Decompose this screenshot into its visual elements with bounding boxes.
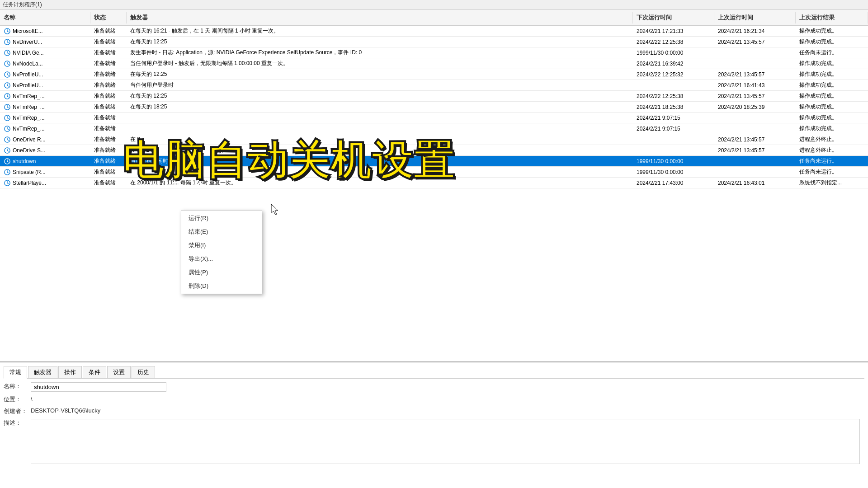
cell-trigger [127, 113, 633, 123]
tab-常规[interactable]: 常规 [4, 366, 27, 379]
table-row[interactable]: MicrosoftE... 准备就绪 在每天的 16:21 - 触发后，在 1 … [0, 26, 868, 37]
cell-last-result: 任务尚未运行。 [796, 156, 868, 166]
title-bar: 任务计划程序(1) [0, 0, 868, 10]
context-menu-item-R[interactable]: 运行(R) [181, 211, 262, 225]
cell-next-run: 2024/2/21 16:39:42 [633, 58, 714, 69]
task-icon [4, 147, 11, 154]
table-row[interactable]: NvTmRep_... 准备就绪 2024/2/21 9:07:15 操作成功完… [0, 113, 868, 123]
tab-设置[interactable]: 设置 [107, 366, 131, 378]
cell-status: 准备就绪 [90, 178, 127, 188]
table-row[interactable]: OneDrive R... 准备就绪 在 2... 2024/2/21 13:4… [0, 134, 868, 145]
context-menu-item-X[interactable]: 导出(X)... [181, 252, 262, 266]
table-row[interactable]: OneDrive S... 准备就绪 在 1992... 2024/2/21 1… [0, 145, 868, 156]
cell-trigger: 在每天的 18:25 [127, 102, 633, 112]
context-menu-item-P[interactable]: 属性(P) [181, 266, 262, 279]
cell-trigger [127, 123, 633, 134]
task-icon [4, 28, 11, 35]
table-row[interactable]: Snipaste (R... 准备就绪 1999/11/30 0:00:00 任… [0, 167, 868, 178]
cell-trigger: 在每天的 12:25 [127, 91, 633, 101]
task-icon [4, 169, 11, 176]
cell-last-run [714, 113, 796, 123]
header-name[interactable]: 名称 [0, 12, 90, 23]
task-icon [4, 38, 11, 46]
header-last-run[interactable]: 上次运行时间 [714, 12, 796, 23]
table-row[interactable]: NvProfileU... 准备就绪 在每天的 12:25 2024/2/22 … [0, 69, 868, 80]
name-input[interactable] [31, 382, 166, 392]
task-icon [4, 82, 11, 89]
cell-last-result: 操作成功完成。 [796, 37, 868, 47]
cell-trigger: 在每天的 12:25 [127, 37, 633, 47]
cell-last-run: 2024/2/21 13:45:57 [714, 145, 796, 155]
table-row[interactable]: NvProfileU... 准备就绪 当任何用户登录时 2024/2/21 16… [0, 80, 868, 91]
cell-last-result: 进程意外终止。 [796, 134, 868, 145]
tab-操作[interactable]: 操作 [58, 366, 82, 378]
header-trigger[interactable]: 触发器 [127, 12, 633, 23]
table-row[interactable]: NvDriverU... 准备就绪 在每天的 12:25 2024/2/22 1… [0, 37, 868, 47]
task-icon [4, 136, 11, 143]
header-last-result[interactable]: 上次运行结果 [796, 12, 868, 23]
cell-last-result: 操作成功完成。 [796, 26, 868, 36]
cell-last-run: 2024/2/20 18:25:39 [714, 102, 796, 112]
cell-last-result: 任务尚未运行。 [796, 47, 868, 58]
cell-status: 准备就绪 [90, 69, 127, 80]
cell-next-run: 2024/2/21 9:07:15 [633, 113, 714, 123]
description-textarea[interactable] [31, 419, 860, 464]
location-value: \ [31, 395, 33, 402]
cell-status: 准备就绪 [90, 91, 127, 101]
cell-next-run [633, 134, 714, 145]
tab-触发器[interactable]: 触发器 [28, 366, 57, 378]
cell-last-result: 操作成功完成。 [796, 123, 868, 134]
task-icon [4, 158, 11, 165]
cell-next-run: 2024/2/22 12:25:38 [633, 37, 714, 47]
detail-creator-row: 创建者： DESKTOP-V8LTQ66\lucky [4, 407, 864, 415]
cell-last-run [714, 167, 796, 177]
header-status[interactable]: 状态 [90, 12, 127, 23]
table-row[interactable]: NVIDIA Ge... 准备就绪 发生事件时 - 日志: Applicatio… [0, 47, 868, 58]
cell-status: 准备就绪 [90, 145, 127, 155]
cell-status: 准备就绪 [90, 102, 127, 112]
cell-last-result: 进程意外终止。 [796, 145, 868, 155]
cell-trigger: 在每天的 16:21 - 触发后，在 1 天 期间每隔 1 小时 重复一次。 [127, 26, 633, 36]
table-row[interactable]: shutdown 准备就绪 当计算机空闲时 1999/11/30 0:00:00… [0, 156, 868, 167]
context-menu: 运行(R)结束(E)禁用(I)导出(X)...属性(P)删除(D) [181, 210, 262, 294]
task-icon [4, 125, 11, 132]
cell-last-result: 任务尚未运行。 [796, 167, 868, 177]
cell-trigger: 在每天的 12:25 [127, 69, 633, 80]
table-row[interactable]: NvNodeLa... 准备就绪 当任何用户登录时 - 触发后，无限期地每隔 1… [0, 58, 868, 69]
cell-name: NVIDIA Ge... [0, 47, 90, 58]
context-menu-item-D[interactable]: 删除(D) [181, 279, 262, 293]
task-icon [4, 60, 11, 67]
cell-last-run: 2024/2/21 13:45:57 [714, 69, 796, 80]
table-body: MicrosoftE... 准备就绪 在每天的 16:21 - 触发后，在 1 … [0, 26, 868, 361]
cell-trigger: 在 2000/1/1 的 11:... 每隔 1 小时 重复一次。 [127, 178, 633, 188]
cell-status: 准备就绪 [90, 123, 127, 134]
task-icon [4, 93, 11, 100]
cell-status: 准备就绪 [90, 134, 127, 145]
table-row[interactable]: StellarPlaye... 准备就绪 在 2000/1/1 的 11:...… [0, 178, 868, 188]
cell-name: NvTmRep_... [0, 123, 90, 134]
cell-status: 准备就绪 [90, 156, 127, 166]
context-menu-item-E[interactable]: 结束(E) [181, 225, 262, 239]
cell-next-run: 1999/11/30 0:00:00 [633, 47, 714, 58]
table-row[interactable]: NvTmRep_... 准备就绪 2024/2/21 9:07:15 操作成功完… [0, 123, 868, 134]
cell-name: OneDrive R... [0, 134, 90, 145]
cell-name: NvProfileU... [0, 80, 90, 90]
cell-name: StellarPlaye... [0, 178, 90, 188]
tab-历史[interactable]: 历史 [132, 366, 155, 378]
context-menu-item-I[interactable]: 禁用(I) [181, 239, 262, 252]
cell-next-run: 2024/2/21 9:07:15 [633, 123, 714, 134]
cell-last-run [714, 47, 796, 58]
cell-name: NvProfileU... [0, 69, 90, 80]
cell-last-run [714, 58, 796, 69]
cell-next-run: 2024/2/21 18:25:38 [633, 102, 714, 112]
cell-next-run: 1999/11/30 0:00:00 [633, 167, 714, 177]
table-row[interactable]: NvTmRep_... 准备就绪 在每天的 18:25 2024/2/21 18… [0, 102, 868, 113]
table-row[interactable]: NvTmRep_... 准备就绪 在每天的 12:25 2024/2/22 12… [0, 91, 868, 102]
detail-name-row: 名称： [4, 382, 864, 392]
cell-name: NvDriverU... [0, 37, 90, 47]
header-next-run[interactable]: 下次运行时间 [633, 12, 714, 23]
cell-name: Snipaste (R... [0, 167, 90, 177]
tab-条件[interactable]: 条件 [83, 366, 106, 378]
cell-next-run: 2024/2/22 12:25:38 [633, 91, 714, 101]
cell-next-run: 2024/2/22 12:25:32 [633, 69, 714, 80]
